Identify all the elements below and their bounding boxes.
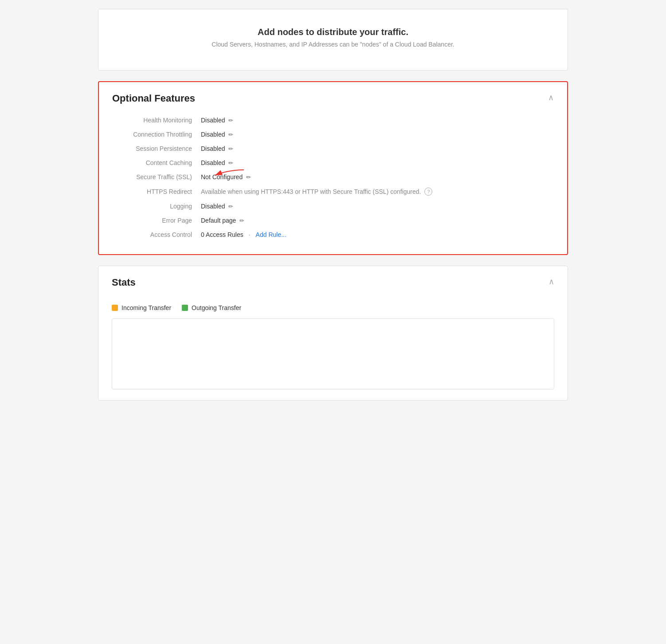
add-rule-link[interactable]: Add Rule...: [256, 231, 286, 238]
label-https-redirect: HTTPS Redirect: [112, 188, 201, 195]
edit-connection-throttling-icon[interactable]: ✏: [228, 131, 233, 138]
feature-row-secure-traffic: Secure Traffic (SSL) Not Configured ✏: [112, 170, 554, 184]
add-nodes-card: Add nodes to distribute your traffic. Cl…: [98, 9, 568, 71]
arrow-container: ✏: [246, 174, 251, 181]
label-error-page: Error Page: [112, 217, 201, 224]
label-session-persistence: Session Persistence: [112, 145, 201, 152]
edit-session-persistence-icon[interactable]: ✏: [228, 145, 233, 152]
value-health-monitoring: Disabled ✏: [201, 117, 554, 124]
optional-features-title: Optional Features: [112, 93, 195, 104]
features-card-header: Optional Features ∧: [112, 93, 554, 104]
stats-card: Stats ∧ Incoming Transfer Outgoing Trans…: [98, 266, 568, 401]
edit-error-page-icon[interactable]: ✏: [239, 217, 244, 224]
content-caching-status: Disabled: [201, 159, 225, 166]
value-connection-throttling: Disabled ✏: [201, 131, 554, 138]
value-content-caching: Disabled ✏: [201, 159, 554, 166]
feature-row-health-monitoring: Health Monitoring Disabled ✏: [112, 113, 554, 127]
health-monitoring-status: Disabled: [201, 117, 225, 124]
stats-legend: Incoming Transfer Outgoing Transfer: [112, 304, 554, 311]
value-access-control: 0 Access Rules · Add Rule...: [201, 231, 554, 238]
https-redirect-description: Available when using HTTPS:443 or HTTP w…: [201, 188, 421, 195]
connection-throttling-status: Disabled: [201, 131, 225, 138]
https-redirect-help-icon[interactable]: ?: [424, 188, 432, 196]
add-nodes-title: Add nodes to distribute your traffic.: [109, 27, 557, 37]
value-secure-traffic: Not Configured ✏: [201, 173, 554, 181]
legend-outgoing-transfer: Outgoing Transfer: [182, 304, 241, 311]
label-logging: Logging: [112, 203, 201, 210]
stats-collapse-button[interactable]: ∧: [548, 277, 554, 287]
incoming-transfer-label: Incoming Transfer: [121, 304, 171, 311]
edit-secure-traffic-icon[interactable]: ✏: [246, 174, 251, 181]
add-nodes-subtitle: Cloud Servers, Hostnames, and IP Address…: [109, 41, 557, 48]
label-connection-throttling: Connection Throttling: [112, 131, 201, 138]
outgoing-transfer-dot: [182, 305, 188, 311]
page-wrapper: Add nodes to distribute your traffic. Cl…: [89, 0, 577, 409]
value-session-persistence: Disabled ✏: [201, 145, 554, 152]
collapse-button[interactable]: ∧: [548, 93, 554, 102]
red-arrow-annotation: [206, 168, 246, 183]
incoming-transfer-dot: [112, 305, 118, 311]
stats-title: Stats: [112, 277, 136, 288]
feature-row-error-page: Error Page Default page ✏: [112, 213, 554, 228]
feature-row-https-redirect: HTTPS Redirect Available when using HTTP…: [112, 184, 554, 199]
label-access-control: Access Control: [112, 231, 201, 238]
stats-chart-area: [112, 318, 554, 389]
feature-row-connection-throttling: Connection Throttling Disabled ✏: [112, 127, 554, 141]
value-https-redirect: Available when using HTTPS:443 or HTTP w…: [201, 188, 554, 196]
session-persistence-status: Disabled: [201, 145, 225, 152]
feature-row-session-persistence: Session Persistence Disabled ✏: [112, 141, 554, 156]
edit-health-monitoring-icon[interactable]: ✏: [228, 117, 233, 124]
optional-features-card: Optional Features ∧ Health Monitoring Di…: [98, 81, 568, 255]
logging-status: Disabled: [201, 203, 225, 210]
value-logging: Disabled ✏: [201, 203, 554, 210]
label-health-monitoring: Health Monitoring: [112, 117, 201, 124]
error-page-status: Default page: [201, 217, 236, 224]
access-rules-count: 0 Access Rules: [201, 231, 243, 238]
legend-incoming-transfer: Incoming Transfer: [112, 304, 171, 311]
edit-content-caching-icon[interactable]: ✏: [228, 160, 233, 166]
access-rules-bullet: ·: [249, 231, 251, 238]
feature-row-access-control: Access Control 0 Access Rules · Add Rule…: [112, 228, 554, 242]
edit-logging-icon[interactable]: ✏: [228, 203, 233, 210]
feature-row-content-caching: Content Caching Disabled ✏: [112, 156, 554, 170]
stats-card-header: Stats ∧: [112, 277, 554, 295]
label-secure-traffic: Secure Traffic (SSL): [112, 173, 201, 181]
feature-row-logging: Logging Disabled ✏: [112, 199, 554, 213]
value-error-page: Default page ✏: [201, 217, 554, 224]
label-content-caching: Content Caching: [112, 159, 201, 166]
outgoing-transfer-label: Outgoing Transfer: [192, 304, 241, 311]
